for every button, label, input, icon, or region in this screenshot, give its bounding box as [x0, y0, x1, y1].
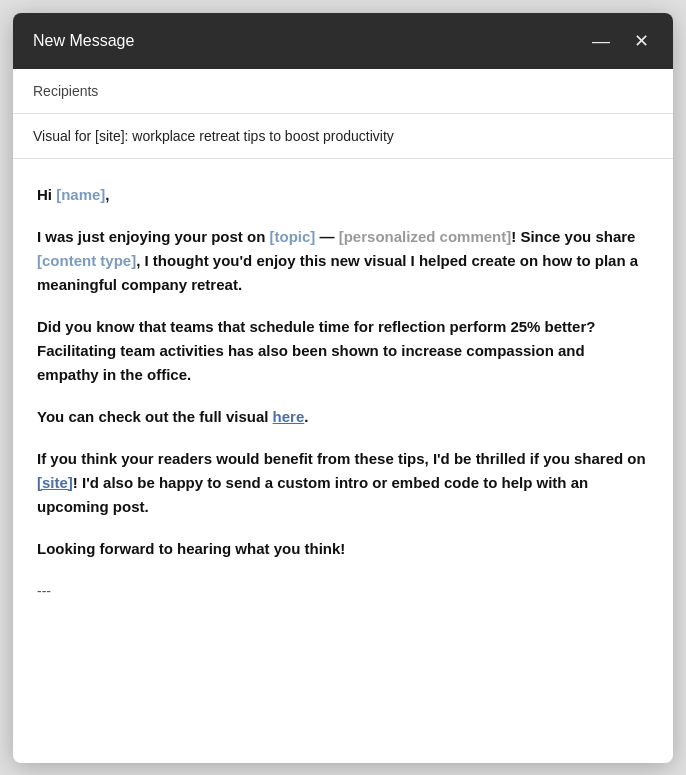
header-actions: — ✕ [588, 30, 653, 52]
subject-row[interactable]: Visual for [site]: workplace retreat tip… [13, 114, 673, 159]
minimize-button[interactable]: — [588, 30, 614, 52]
para4-prefix: If you think your readers would benefit … [37, 450, 646, 467]
share-paragraph: If you think your readers would benefit … [37, 447, 649, 519]
close-button[interactable]: ✕ [630, 30, 653, 52]
greeting-paragraph: Hi [name], [37, 183, 649, 207]
closing-text: Looking forward to hearing what you thin… [37, 540, 345, 557]
intro-paragraph: I was just enjoying your post on [topic]… [37, 225, 649, 297]
modal-header: New Message — ✕ [13, 13, 673, 69]
link-paragraph: You can check out the full visual here. [37, 405, 649, 429]
signature-paragraph: --- [37, 579, 649, 603]
greeting-comma: , [105, 186, 109, 203]
para1-content-type: [content type] [37, 252, 136, 269]
para1-after: ! Since you share [511, 228, 635, 245]
closing-paragraph: Looking forward to hearing what you thin… [37, 537, 649, 561]
para3-suffix: . [304, 408, 308, 425]
stats-paragraph: Did you know that teams that schedule ti… [37, 315, 649, 387]
greeting-hi: Hi [37, 186, 56, 203]
modal-title: New Message [33, 32, 134, 50]
recipients-label: Recipients [33, 83, 98, 99]
recipients-row[interactable]: Recipients [13, 69, 673, 114]
subject-text: Visual for [site]: workplace retreat tip… [33, 128, 394, 144]
email-body[interactable]: Hi [name], I was just enjoying your post… [13, 159, 673, 763]
para1-comment: [personalized comment] [339, 228, 512, 245]
para1-mid: — [315, 228, 338, 245]
signature-text: --- [37, 583, 51, 599]
para4-end: ! I'd also be happy to send a custom int… [37, 474, 588, 515]
para3-prefix: You can check out the full visual [37, 408, 273, 425]
para1-prefix: I was just enjoying your post on [37, 228, 270, 245]
site-link[interactable]: [site] [37, 474, 73, 491]
here-link[interactable]: here [273, 408, 305, 425]
compose-modal: New Message — ✕ Recipients Visual for [s… [13, 13, 673, 763]
para2-text: Did you know that teams that schedule ti… [37, 318, 595, 383]
greeting-name-placeholder: [name] [56, 186, 105, 203]
para1-topic: [topic] [270, 228, 316, 245]
